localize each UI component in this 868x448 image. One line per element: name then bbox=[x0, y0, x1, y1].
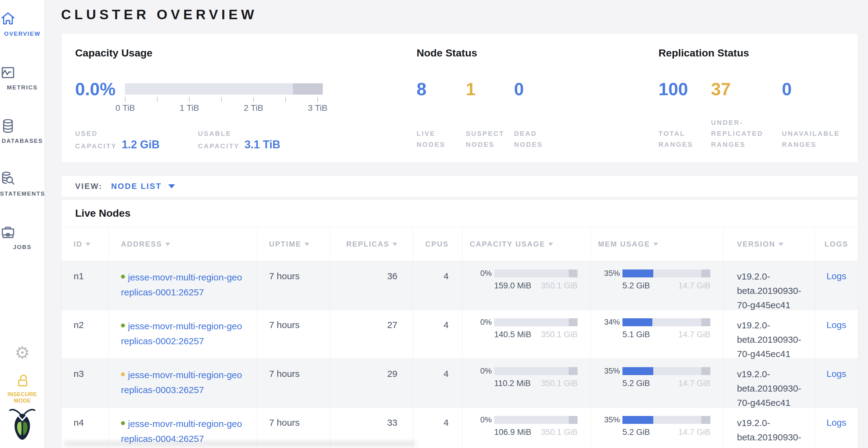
view-label: VIEW: bbox=[75, 181, 103, 191]
sort-caret-icon bbox=[778, 243, 783, 246]
tick-label: 2 TiB bbox=[244, 103, 263, 113]
column-header-id[interactable]: ID bbox=[61, 227, 109, 261]
sort-caret-icon bbox=[393, 243, 397, 246]
node-address-link[interactable]: jesse-movr-multi-region-georeplicas-0002… bbox=[121, 321, 242, 346]
capacity-gauge-reserved bbox=[293, 83, 323, 95]
capacity-gauge-ticks bbox=[125, 97, 318, 102]
capacity-bar bbox=[494, 367, 578, 375]
column-header-replicas[interactable]: REPLICAS bbox=[330, 227, 413, 261]
node-status-dot bbox=[121, 323, 125, 328]
node-memory-cell: 34% 5.1 GiB14.7 GiB bbox=[591, 310, 723, 358]
node-replicas: 27 bbox=[330, 310, 413, 358]
sidebar-item-statements[interactable]: STATEMENTS bbox=[0, 171, 44, 197]
insecure-mode-label: INSECURE MODE bbox=[0, 391, 44, 404]
logs-link[interactable]: Logs bbox=[827, 369, 846, 379]
under-replicated-label: UNDER- REPLICATED RANGES bbox=[711, 117, 763, 150]
page-title: CLUSTER OVERVIEW bbox=[61, 7, 257, 23]
chevron-down-icon bbox=[168, 184, 175, 188]
node-capacity-cell: 0% 159.0 MiB350.1 GiB bbox=[462, 261, 591, 310]
node-version: v19.2.0- beta.20190930- bbox=[723, 408, 815, 448]
view-dropdown[interactable]: NODE LIST bbox=[111, 181, 175, 191]
node-address-link[interactable]: jesse-movr-multi-region-georeplicas-0001… bbox=[121, 272, 242, 297]
sidebar-item-metrics[interactable]: METRICS bbox=[0, 65, 44, 91]
node-status-title: Node Status bbox=[416, 47, 477, 59]
table-row: n1 jesse-movr-multi-region-georeplicas-0… bbox=[61, 261, 858, 310]
node-address-cell: jesse-movr-multi-region-georeplicas-0002… bbox=[109, 310, 257, 358]
view-dropdown-value: NODE LIST bbox=[111, 181, 162, 191]
databases-icon bbox=[0, 118, 44, 134]
node-uptime: 7 hours bbox=[257, 310, 330, 358]
logs-link[interactable]: Logs bbox=[827, 320, 846, 330]
node-version: v19.2.0- beta.20190930- 70-g445ec41 bbox=[723, 261, 815, 310]
sidebar-item-overview[interactable]: OVERVIEW bbox=[0, 11, 44, 37]
under-replicated-count: 37 bbox=[711, 79, 731, 99]
used-capacity-value: 1.2 GiB bbox=[122, 139, 159, 150]
node-uptime: 7 hours bbox=[257, 261, 330, 310]
node-cpus: 4 bbox=[413, 310, 462, 358]
node-replicas: 36 bbox=[330, 261, 413, 310]
settings-button[interactable]: ⚙ bbox=[0, 344, 44, 361]
table-row: n3 jesse-movr-multi-region-georeplicas-0… bbox=[61, 358, 858, 407]
column-header-cpus[interactable]: CPUS bbox=[413, 227, 462, 261]
node-address-link[interactable]: jesse-movr-multi-region-georeplicas-0003… bbox=[121, 370, 242, 395]
table-header-row: ID ADDRESS UPTIME REPLICAS CPUS CAPACITY… bbox=[61, 227, 858, 261]
sidebar-item-label: OVERVIEW bbox=[0, 31, 44, 37]
tick-label: 1 TiB bbox=[180, 103, 199, 113]
node-id: n2 bbox=[61, 310, 109, 358]
node-id: n3 bbox=[61, 359, 109, 407]
node-cpus: 4 bbox=[413, 359, 462, 407]
sidebar-item-label: DATABASES bbox=[0, 138, 44, 144]
node-address-link[interactable]: jesse-movr-multi-region-georeplicas-0004… bbox=[121, 419, 242, 444]
capacity-gauge: 0 TiB 1 TiB 2 TiB 3 TiB bbox=[125, 83, 323, 112]
replication-status-title: Replication Status bbox=[658, 47, 749, 59]
insecure-mode-indicator: INSECURE MODE bbox=[0, 373, 44, 404]
logs-link[interactable]: Logs bbox=[827, 271, 846, 281]
cockroachdb-bug-logo bbox=[0, 407, 44, 441]
home-icon bbox=[0, 11, 44, 27]
capacity-bar bbox=[494, 416, 578, 424]
sidebar-item-label: METRICS bbox=[0, 84, 44, 91]
memory-bar bbox=[622, 318, 710, 326]
jobs-icon bbox=[0, 224, 44, 240]
total-ranges-count: 100 bbox=[658, 79, 688, 99]
node-status-dot bbox=[121, 421, 125, 425]
sidebar-item-databases[interactable]: DATABASES bbox=[0, 118, 44, 144]
column-header-capacity-usage[interactable]: CAPACITY USAGE bbox=[462, 227, 591, 261]
live-nodes-count: 8 bbox=[416, 79, 426, 99]
column-header-version[interactable]: VERSION bbox=[723, 227, 815, 261]
view-bar: VIEW: NODE LIST bbox=[61, 175, 858, 197]
memory-bar bbox=[622, 367, 710, 375]
column-header-logs: LOGS bbox=[815, 227, 858, 261]
logs-link[interactable]: Logs bbox=[827, 417, 846, 427]
unlocked-padlock-icon bbox=[0, 373, 44, 389]
tick-label: 0 TiB bbox=[116, 103, 135, 113]
metrics-icon bbox=[0, 65, 44, 80]
node-status-dot bbox=[121, 372, 125, 376]
sidebar-item-jobs[interactable]: JOBS bbox=[0, 224, 44, 250]
capacity-usage-title: Capacity Usage bbox=[75, 47, 152, 59]
nodes-table: ID ADDRESS UPTIME REPLICAS CPUS CAPACITY… bbox=[61, 227, 858, 448]
unavailable-ranges-label: UNAVAILABLE RANGES bbox=[782, 128, 840, 150]
node-capacity-cell: 0% 106.9 MiB350.1 GiB bbox=[462, 408, 591, 448]
node-replicas: 29 bbox=[330, 359, 413, 407]
dead-nodes-label: DEAD NODES bbox=[514, 128, 543, 150]
sort-caret-icon bbox=[653, 243, 658, 246]
node-logs-cell: Logs bbox=[815, 359, 858, 407]
capacity-bar bbox=[494, 318, 578, 326]
column-header-mem-usage[interactable]: MEM USAGE bbox=[591, 227, 723, 261]
sidebar: OVERVIEW METRICS DATABASES bbox=[0, 0, 45, 448]
suspect-nodes-count: 1 bbox=[466, 79, 475, 99]
node-status-dot bbox=[121, 275, 125, 279]
memory-bar bbox=[622, 270, 710, 277]
gear-icon: ⚙ bbox=[15, 343, 30, 363]
node-cpus: 4 bbox=[413, 261, 462, 310]
column-header-uptime[interactable]: UPTIME bbox=[257, 227, 330, 261]
node-version: v19.2.0- beta.20190930- 70-g445ec41 bbox=[723, 310, 815, 358]
suspect-nodes-label: SUSPECT NODES bbox=[466, 128, 504, 150]
node-logs-cell: Logs bbox=[815, 310, 858, 358]
column-header-address[interactable]: ADDRESS bbox=[109, 227, 257, 261]
node-capacity-cell: 0% 110.2 MiB350.1 GiB bbox=[462, 359, 591, 407]
capacity-bar bbox=[494, 270, 578, 277]
usable-capacity-value: 3.1 TiB bbox=[244, 139, 280, 150]
node-id: n1 bbox=[61, 261, 109, 310]
